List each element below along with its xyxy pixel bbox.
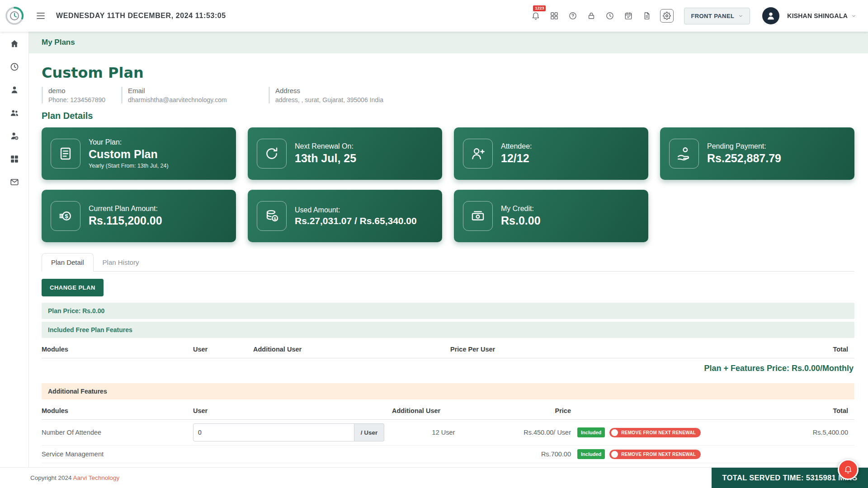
stat-label: Your Plan: [89, 138, 169, 146]
mail-icon [9, 177, 19, 187]
module-name: Number Of Attendee [42, 420, 193, 446]
stat-value: 13th Jul, 25 [295, 152, 356, 165]
chevron-down-icon [851, 14, 856, 19]
stat-card-next-renewal: Next Renewal On: 13th Jul, 25 [248, 127, 442, 180]
user-icon [9, 85, 19, 95]
toggle-knob [611, 429, 618, 436]
email-value: dharmishtha@aarvitechnology.com [128, 96, 257, 103]
apps-grid-button[interactable] [549, 10, 560, 21]
change-plan-button[interactable]: CHANGE PLAN [42, 279, 104, 296]
price-value: Rs.700.00 [500, 446, 577, 463]
page-title: My Plans [42, 38, 75, 47]
lock-icon [587, 11, 596, 20]
gear-icon [663, 12, 671, 20]
sidebar-item-attendees[interactable] [9, 108, 19, 118]
attendee-icon [463, 139, 493, 169]
additional-user-value: 12 User [392, 420, 500, 446]
floating-notification-button[interactable] [838, 459, 859, 480]
stat-value: 12/12 [501, 152, 532, 165]
stat-label: Pending Payment: [707, 142, 781, 150]
users-icon [9, 108, 19, 118]
time-button[interactable] [604, 10, 615, 21]
sidebar-item-modules[interactable] [9, 154, 19, 164]
contact-email-block: Email dharmishtha@aarvitechnology.com [121, 87, 257, 103]
contact-name: demo [48, 87, 109, 94]
sidebar-item-home[interactable] [9, 39, 19, 49]
col-additional-user: Additional User [253, 341, 450, 358]
menu-toggle-button[interactable] [33, 8, 49, 24]
renewal-icon [257, 139, 287, 169]
user-avatar-icon [766, 11, 776, 21]
left-sidebar [0, 32, 29, 467]
col-additional-user: Additional User [392, 402, 500, 420]
stat-label: My Credit: [501, 205, 541, 213]
top-header: WEDNESDAY 11TH DECEMBER, 2024 11:53:05 1… [0, 0, 868, 32]
per-user-suffix: / User [354, 423, 384, 441]
calendar-button[interactable] [623, 10, 634, 21]
email-label: Email [128, 87, 257, 94]
price-value: Rs.450.00/ User [500, 420, 577, 446]
plan-document-icon [51, 139, 80, 169]
tab-plan-history[interactable]: Plan History [94, 253, 148, 271]
notification-count-badge: 1223 [533, 5, 546, 11]
stat-value: Rs.0.00 [501, 214, 541, 227]
plan-tabs: Plan Detail Plan History [42, 253, 854, 272]
sidebar-item-mail[interactable] [9, 177, 19, 187]
front-panel-button[interactable]: FRONT PANEL [684, 8, 750, 24]
remove-from-renewal-toggle[interactable]: REMOVE FROM NEXT RENEWAL [609, 450, 701, 459]
help-button[interactable] [567, 10, 578, 21]
col-user: User [193, 402, 392, 420]
logo-icon [5, 6, 24, 26]
sidebar-item-history[interactable] [9, 62, 19, 72]
module-name: Service Management [42, 446, 193, 463]
attendee-user-input-group: / User [193, 423, 384, 441]
attendee-user-input[interactable] [193, 423, 354, 441]
user-menu[interactable]: KISHAN SHINGALA [787, 12, 856, 19]
front-panel-label: FRONT PANEL [691, 13, 734, 19]
datetime-display: WEDNESDAY 11TH DECEMBER, 2024 11:53:05 [56, 12, 226, 20]
stat-value: Rs.252,887.79 [707, 152, 781, 165]
notifications-button[interactable]: 1223 [530, 10, 541, 21]
col-badges [577, 402, 722, 420]
main-content: My Plans Custom Plan demo Phone: 1234567… [29, 32, 868, 488]
tab-plan-detail[interactable]: Plan Detail [42, 253, 94, 272]
included-badge: Included [577, 449, 605, 459]
bell-icon [844, 465, 853, 474]
plan-features-price: Plan + Features Price: Rs.0.00/Monthly [42, 358, 854, 380]
copyright-link[interactable]: Aarvi Technology [73, 474, 120, 481]
plan-stat-cards: Your Plan: Custom Plan Yearly (Start Fro… [42, 127, 854, 242]
stat-card-my-credit: My Credit: Rs.0.00 [454, 190, 648, 242]
stat-sub: Yearly (Start From: 13th Jul, 24) [89, 163, 169, 169]
hamburger-icon [35, 10, 46, 21]
included-features-bar: Included Free Plan Features [42, 322, 854, 338]
stat-label: Attendee: [501, 142, 532, 150]
plan-price-bar: Plan Price: Rs.0.00 [42, 303, 854, 319]
col-total: Total [722, 402, 854, 420]
included-badge: Included [577, 427, 605, 437]
col-price: Price [500, 402, 577, 420]
help-icon [568, 11, 577, 20]
contact-name-block: demo Phone: 1234567890 [42, 87, 109, 103]
included-features-table: Modules User Additional User Price Per U… [42, 341, 854, 358]
copyright: Copyright 2024 Aarvi Technology [30, 474, 119, 481]
grid-icon [550, 11, 559, 20]
remove-from-renewal-toggle[interactable]: REMOVE FROM NEXT RENEWAL [609, 428, 701, 437]
address-label: Address [275, 87, 395, 94]
plan-amount-icon: $ [51, 201, 80, 231]
stat-card-pending-payment: Pending Payment: Rs.252,887.79 [660, 127, 854, 180]
svg-text:$: $ [274, 216, 276, 221]
modules-grid-icon [9, 154, 19, 164]
chevron-down-icon [738, 14, 743, 19]
col-user: User [193, 341, 253, 358]
avatar[interactable] [762, 7, 779, 24]
sidebar-item-profile[interactable] [9, 85, 19, 95]
lock-button[interactable] [586, 10, 597, 21]
col-modules: Modules [42, 341, 193, 358]
col-modules: Modules [42, 402, 193, 420]
remove-label: REMOVE FROM NEXT RENEWAL [621, 430, 696, 435]
sidebar-item-account[interactable] [9, 131, 19, 141]
documents-button[interactable] [642, 10, 652, 21]
settings-button[interactable] [660, 9, 674, 23]
pending-payment-icon [669, 139, 699, 169]
aarvi-logo[interactable] [0, 6, 29, 26]
